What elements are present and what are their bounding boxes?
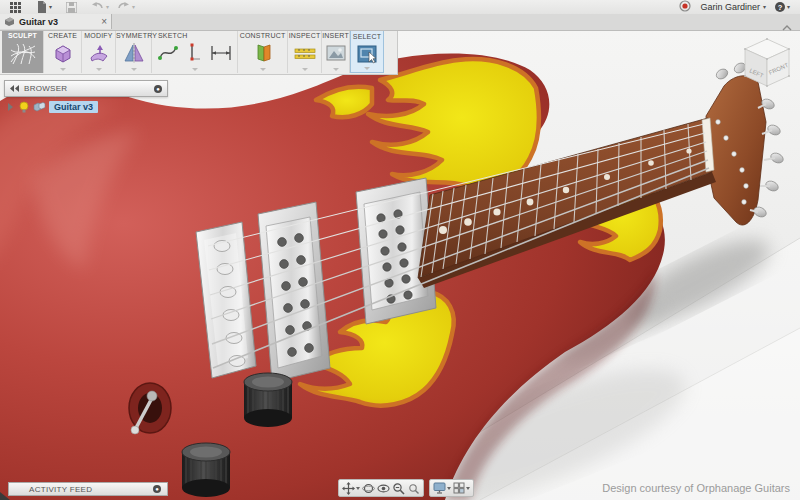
fit-icon[interactable] <box>407 482 420 495</box>
sculpt-mesh-icon[interactable] <box>9 42 37 66</box>
browser-header[interactable]: BROWSER ● <box>4 80 168 97</box>
browser-title: BROWSER <box>24 84 67 93</box>
browser-node-guitar-v3[interactable]: Guitar v3 <box>49 101 98 113</box>
nav-cluster-display <box>429 479 474 497</box>
grid-snaps-icon[interactable] <box>453 482 470 494</box>
display-settings-icon[interactable] <box>433 482 451 494</box>
tone-knob[interactable] <box>182 443 230 497</box>
activity-feed-bar[interactable]: ACTIVITY FEED ● <box>8 482 168 496</box>
construct-label: CONSTRUCT <box>238 32 287 39</box>
file-caret: ▾ <box>49 4 52 10</box>
corner-resize-wedge[interactable] <box>0 492 10 500</box>
symmetry-label: SYMMETRY <box>116 32 151 39</box>
help-menu[interactable]: ? ▾ <box>775 2 790 12</box>
group-modify[interactable]: MODIFY <box>82 30 116 73</box>
toolbar-collapse-chevron-icon[interactable] <box>782 17 792 35</box>
component-icon <box>33 101 46 113</box>
navigation-bar <box>338 479 474 497</box>
application-bar: ▾ ▾ ▾ Garin Gardiner ▾ ? ▾ <box>0 0 800 15</box>
tab-close-icon[interactable]: × <box>101 17 107 27</box>
sketch-line-icon[interactable] <box>185 42 203 64</box>
courtesy-text: Design courtesy of Orphanage Guitars <box>602 482 790 494</box>
document-tab[interactable]: Guitar v3 × <box>0 14 112 29</box>
undo-icon[interactable]: ▾ <box>91 2 109 12</box>
sculpt-label: SCULPT <box>2 32 43 39</box>
inspect-dropdown-caret[interactable] <box>302 68 308 71</box>
user-name: Garin Gardiner <box>700 2 760 12</box>
symmetry-mirror-icon[interactable] <box>123 42 145 64</box>
fusion-window: ▾ ▾ ▾ Garin Gardiner ▾ ? ▾ <box>0 0 800 500</box>
browser-tree-row[interactable]: Guitar v3 <box>4 99 168 115</box>
insert-label: INSERT <box>322 32 349 39</box>
volume-knob[interactable] <box>244 373 292 427</box>
sketch-spline-icon[interactable] <box>157 42 179 64</box>
redo-caret: ▾ <box>132 4 135 10</box>
select-dropdown-caret[interactable] <box>364 67 370 70</box>
document-tab-bar: Guitar v3 × <box>0 14 800 31</box>
browser-panel: BROWSER ● Guitar v3 <box>4 80 168 115</box>
create-dropdown-caret[interactable] <box>60 68 66 71</box>
insert-dropdown-caret[interactable] <box>333 68 339 71</box>
view-cube[interactable]: LEFT FRONT <box>738 36 796 96</box>
group-select[interactable]: SELECT <box>350 30 384 73</box>
symmetry-dropdown-caret[interactable] <box>131 68 137 71</box>
activity-feed-icon[interactable]: ● <box>153 485 161 493</box>
group-construct[interactable]: CONSTRUCT <box>238 30 288 73</box>
viewport-3d[interactable]: LEFT FRONT BROWSER ● Guitar v3 ACTIVITY … <box>0 30 800 500</box>
visibility-bulb-icon[interactable] <box>18 101 30 113</box>
document-tab-title: Guitar v3 <box>19 17 58 27</box>
expand-arrow-icon[interactable] <box>8 103 13 111</box>
pan-caret <box>356 487 360 490</box>
data-panel-grid-icon[interactable] <box>10 2 21 13</box>
grid-snaps-caret <box>466 487 470 490</box>
look-at-icon[interactable] <box>377 482 390 495</box>
file-icon[interactable]: ▾ <box>37 1 52 13</box>
user-menu[interactable]: Garin Gardiner ▾ <box>700 2 766 12</box>
group-create[interactable]: CREATE <box>44 30 82 73</box>
save-icon[interactable] <box>66 2 77 13</box>
redo-icon[interactable]: ▾ <box>117 2 135 12</box>
browser-gear-icon[interactable]: ● <box>154 85 162 93</box>
ribbon-toolbar: SCULPT CREATE MODIFY SYMMETRY <box>0 30 398 75</box>
modify-label: MODIFY <box>82 32 115 39</box>
sketch-dropdown-caret[interactable] <box>192 68 198 71</box>
document-icon <box>4 16 15 27</box>
select-cursor-icon[interactable] <box>356 43 378 65</box>
help-icon: ? <box>775 2 785 12</box>
modify-dropdown-caret[interactable] <box>96 68 102 71</box>
display-settings-caret <box>447 487 451 490</box>
group-insert[interactable]: INSERT <box>322 30 350 73</box>
user-caret: ▾ <box>763 4 766 10</box>
pan-icon[interactable] <box>342 482 360 495</box>
zoom-icon[interactable] <box>392 482 405 495</box>
create-box-icon[interactable] <box>52 42 74 64</box>
orbit-icon[interactable] <box>362 482 375 495</box>
inspect-label: INSPECT <box>288 32 321 39</box>
sketch-dimension-icon[interactable] <box>209 42 233 64</box>
undo-caret: ▾ <box>106 4 109 10</box>
inspect-measure-icon[interactable] <box>293 42 317 64</box>
group-inspect[interactable]: INSPECT <box>288 30 322 73</box>
select-label: SELECT <box>351 33 383 40</box>
group-sketch[interactable]: SKETCH <box>152 30 238 73</box>
insert-image-icon[interactable] <box>325 42 347 64</box>
construct-plane-icon[interactable] <box>252 42 274 64</box>
nav-cluster-camera <box>338 479 424 497</box>
sketch-label: SKETCH <box>152 32 243 39</box>
modify-form-icon[interactable] <box>88 42 110 64</box>
toggle-switch[interactable] <box>129 383 171 434</box>
construct-dropdown-caret[interactable] <box>260 68 266 71</box>
tab-sculpt[interactable]: SCULPT <box>2 30 44 73</box>
browser-collapse-icon[interactable] <box>10 85 19 92</box>
create-label: CREATE <box>44 32 81 39</box>
group-symmetry[interactable]: SYMMETRY <box>116 30 152 73</box>
activity-feed-label: ACTIVITY FEED <box>29 485 92 494</box>
help-caret: ▾ <box>787 4 790 10</box>
